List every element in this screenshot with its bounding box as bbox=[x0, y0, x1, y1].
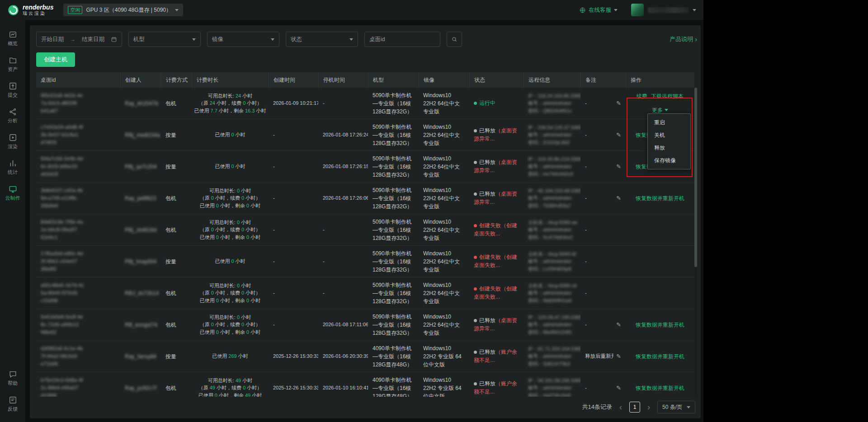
column-header: 桌面id bbox=[36, 72, 120, 88]
cell-stopped-time: - bbox=[318, 88, 368, 119]
image-select[interactable]: 镜像 bbox=[207, 32, 279, 47]
machine-type-select[interactable]: 机型 bbox=[128, 32, 201, 47]
redacted-text: 主机名：rbcg-5090-bf bbox=[528, 250, 576, 258]
sidebar-main-nav: 概览资产提交分析渲染统计云制作 bbox=[0, 25, 25, 206]
calendar-icon bbox=[111, 36, 117, 42]
renderbus-logo: renderbus 瑞云渲染 bbox=[7, 4, 53, 16]
next-page-button[interactable]: › bbox=[646, 403, 651, 411]
cell-stopped-time: 2026-01-08 17:11:06 bbox=[318, 309, 368, 340]
edit-remark-icon[interactable]: ✎ bbox=[616, 384, 621, 393]
menu-item-restart[interactable]: 重启 bbox=[648, 116, 690, 129]
sidebar-item-stats[interactable]: 统计 bbox=[0, 154, 25, 180]
chevron-down-icon bbox=[665, 109, 668, 111]
sidebar-item-feedback[interactable]: 反馈 bbox=[0, 391, 25, 417]
current-page-button[interactable]: 1 bbox=[629, 402, 640, 413]
cell-billing-type: 按量 bbox=[161, 341, 192, 372]
cell-desktop-id: 5e61b0d4-9a3f-4e8c-72d5-a90b13f48e62 bbox=[36, 309, 120, 340]
renderbus-logo-icon bbox=[7, 4, 19, 16]
search-button[interactable] bbox=[447, 32, 462, 47]
table-body: 9f3c62a8-4d1b-4e7a-93c5-d802f6b41a87Ray_… bbox=[36, 88, 694, 397]
user-menu[interactable] bbox=[631, 4, 696, 16]
status-select[interactable]: 状态 bbox=[286, 32, 358, 47]
start-date-placeholder: 开始日期 bbox=[41, 36, 64, 43]
renew-link[interactable]: 续费 bbox=[637, 92, 647, 100]
scrollbar-thumb[interactable] bbox=[694, 88, 697, 267]
idle-status-badge: 空闲 bbox=[68, 6, 82, 14]
restore-and-restart-link[interactable]: 恢复数据并重新开机 bbox=[636, 321, 684, 329]
chevron-down-icon bbox=[349, 38, 353, 41]
restore-and-restart-link[interactable]: 恢复数据并重新开机 bbox=[636, 194, 684, 202]
column-header: 停机时间 bbox=[318, 72, 368, 88]
cell-remark: 释放后重新开机...✎ bbox=[580, 341, 626, 372]
prev-page-button[interactable]: ‹ bbox=[618, 403, 623, 411]
edit-remark-icon[interactable]: ✎ bbox=[616, 320, 621, 329]
desktop-id-input[interactable] bbox=[364, 32, 440, 47]
create-host-button[interactable]: 创建主机 bbox=[36, 52, 75, 67]
cell-machine-type: 5090单卡制作机—专业版（16核128G显存32G） bbox=[368, 88, 419, 119]
cell-machine-type: 4090单卡制作机—专业版（16核128G显存48G） bbox=[368, 341, 419, 372]
status-dot-icon bbox=[474, 129, 477, 132]
cell-status: 创建失败（创建桌面失败... bbox=[469, 214, 524, 245]
redacted-text: 5a-80e9-f37b26 bbox=[41, 289, 116, 297]
cell-created-time: - bbox=[269, 151, 318, 182]
edit-remark-icon[interactable]: ✎ bbox=[616, 131, 621, 140]
redacted-text: 3b-9e07-52c8a1 bbox=[41, 131, 116, 139]
chevron-down-icon bbox=[192, 38, 196, 41]
redacted-text: RBJ_ds72b14 bbox=[125, 289, 156, 297]
table-row: d30f82a5-6c1e-4b7f-94a2-08c5d3e71b96Ray_… bbox=[36, 341, 694, 372]
status-badge: 运行中 bbox=[474, 99, 519, 107]
sidebar-item-analysis[interactable]: 分析 bbox=[0, 103, 25, 128]
sidebar-item-cloud-production[interactable]: 云制作 bbox=[0, 180, 25, 206]
restore-and-restart-link[interactable]: 恢复数据并重新开机 bbox=[636, 352, 684, 361]
cell-machine-type: 5090单卡制作机—专业版（16核128G显存32G） bbox=[368, 246, 419, 277]
redacted-text: 密码：Xc47#bK9m2 bbox=[528, 234, 576, 241]
edit-remark-icon[interactable]: ✎ bbox=[616, 162, 621, 171]
sidebar-item-help[interactable]: 帮助 bbox=[0, 365, 25, 391]
edit-remark-icon[interactable]: ✎ bbox=[616, 352, 621, 361]
column-header: 备注 bbox=[580, 72, 626, 88]
sidebar-item-render[interactable]: 渲染 bbox=[0, 128, 25, 154]
sidebar-item-overview[interactable]: 概览 bbox=[0, 25, 25, 51]
remark-text: - bbox=[585, 258, 587, 265]
page-size-select[interactable]: 50 条/页 bbox=[657, 401, 695, 413]
restore-and-restart-link[interactable]: 恢复数据并重新开机 bbox=[636, 384, 684, 392]
vertical-scrollbar[interactable] bbox=[694, 88, 697, 397]
edit-remark-icon[interactable]: ✎ bbox=[616, 194, 621, 203]
menu-item-release[interactable]: 释放 bbox=[648, 141, 690, 154]
sidebar-item-label: 云制作 bbox=[5, 196, 20, 201]
redacted-text: PBj_lmay934 bbox=[125, 258, 156, 266]
edit-remark-icon[interactable]: ✎ bbox=[616, 99, 621, 108]
gpu-zone-selector[interactable]: 空闲 GPU 3 区（4090 48G显存 | 5090） bbox=[63, 4, 183, 16]
cell-desktop-id: 17f5a3b9-e80c-4d2f-95b1-c64e0738a9f2 bbox=[36, 246, 120, 277]
redacted-text: 7a-93c5-d802f6 bbox=[41, 99, 116, 107]
remark-text: - bbox=[585, 384, 587, 392]
table-row: b75e19c3-0d8a-4f2c-86b4-e95a07d13f58Ray_… bbox=[36, 372, 694, 397]
redacted-text: IP：94.191.58.236:3389 bbox=[528, 377, 576, 384]
total-records-label: 共14条记录 bbox=[582, 403, 612, 411]
redacted-text: 密码：Nb83#fH1w6 bbox=[528, 297, 576, 305]
redacted-text: 3b8e61f7-c42a-4b bbox=[41, 187, 116, 194]
cell-created-time: - bbox=[269, 214, 318, 245]
table-row: a92c48e6-1b7d-4c5a-80e9-f37b26c15d08RBJ_… bbox=[36, 277, 694, 309]
date-range-picker[interactable]: 开始日期 → 结束日期 bbox=[36, 32, 122, 47]
cell-desktop-id: 84d02c9e-7f5b-4a1e-b6c8-09a3f752e6c1 bbox=[36, 214, 120, 245]
cell-desktop-id: f04a7c58-2e9b-4d6c-81f3-b95e20a63d18 bbox=[36, 151, 120, 182]
column-header: 计费方式 bbox=[161, 72, 192, 88]
sidebar-item-label: 统计 bbox=[8, 170, 18, 175]
menu-item-save-image[interactable]: 保存镜像 bbox=[648, 154, 690, 167]
cell-billing-type: 包机 bbox=[161, 214, 192, 245]
sidebar-item-submit[interactable]: 提交 bbox=[0, 77, 25, 103]
sidebar-item-assets[interactable]: 资产 bbox=[0, 51, 25, 77]
redacted-text: 6c-81f3-b95e20 bbox=[41, 163, 116, 170]
cell-status: 已释放（账户余额不足... bbox=[469, 341, 524, 372]
feedback-icon bbox=[9, 396, 17, 404]
remark-text: - bbox=[585, 131, 587, 139]
product-description-link[interactable]: 产品说明 › bbox=[670, 35, 697, 43]
online-support-menu[interactable]: 在线客服 bbox=[579, 6, 618, 14]
cell-desktop-id: c7e91b24-a6d8-4f3b-9e07-52c8a1d74f29 bbox=[36, 119, 120, 150]
image-placeholder: 镜像 bbox=[212, 36, 223, 43]
status-dot-icon bbox=[474, 192, 477, 196]
download-remote-script-link[interactable]: 下载远程脚本 bbox=[651, 92, 684, 100]
cell-status: 运行中 bbox=[469, 88, 524, 119]
menu-item-shutdown[interactable]: 关机 bbox=[648, 129, 690, 141]
